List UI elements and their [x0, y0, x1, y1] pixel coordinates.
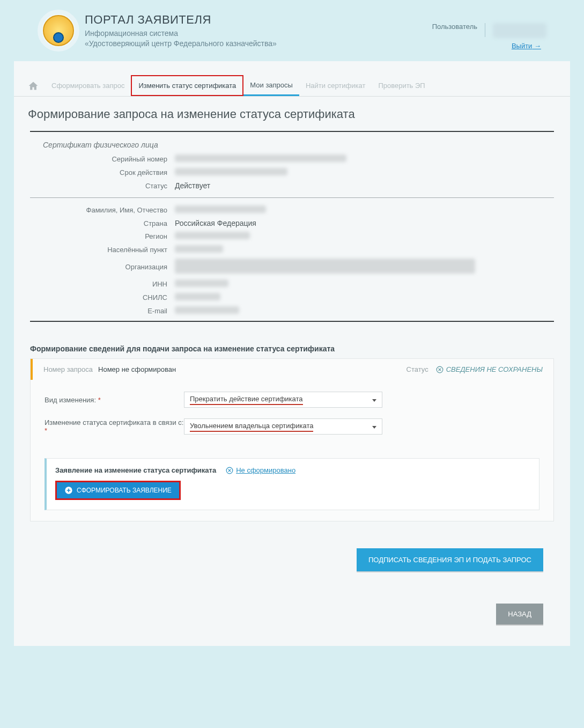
value-inn — [175, 280, 228, 287]
portal-title: ПОРТАЛ ЗАЯВИТЕЛЯ — [85, 13, 277, 27]
application-box: Заявление на изменение статуса сертифика… — [45, 458, 539, 510]
reason-label: Изменение статуса сертификата в связи с:… — [45, 418, 184, 435]
change-type-label: Вид изменения: * — [45, 396, 184, 404]
value-country: Российская Федерация — [175, 219, 554, 227]
form-area: Вид изменения: * Прекратить действие сер… — [31, 380, 553, 451]
value-city — [175, 245, 223, 253]
value-region — [175, 232, 250, 239]
panel-status-label: Статус — [406, 365, 428, 373]
label-inn: ИНН — [30, 280, 175, 288]
value-validity — [175, 168, 287, 175]
application-header: Заявление на изменение статуса сертифика… — [55, 466, 530, 474]
user-area: Пользователь — [432, 23, 546, 38]
value-serial — [175, 155, 346, 162]
logo-text: ПОРТАЛ ЗАЯВИТЕЛЯ Информационная система … — [85, 13, 277, 49]
application-status: Не сформировано — [226, 466, 295, 474]
user-label: Пользователь — [432, 23, 485, 37]
reqnum-label: Номер запроса — [43, 365, 93, 373]
label-email: E-mail — [30, 307, 175, 315]
page-title: Формирование запроса на изменение статус… — [14, 97, 570, 128]
cert-section-title: Сертификат физического лица — [14, 135, 570, 152]
tab-change-status[interactable]: Изменить статус сертификата — [131, 75, 243, 96]
portal-subtitle: Информационная система «Удостоверяющий ц… — [85, 28, 277, 49]
label-org: Организация — [30, 263, 175, 271]
label-validity: Срок действия — [30, 168, 175, 177]
actions-row: ПОДПИСАТЬ СВЕДЕНИЯ ЭП И ПОДАТЬ ЗАПРОС — [14, 521, 570, 571]
create-application-button[interactable]: СФОРМИРОВАТЬ ЗАЯВЛЕНИЕ — [55, 481, 181, 500]
label-status: Статус — [30, 182, 175, 190]
logo-emblem — [38, 10, 79, 52]
label-snils: СНИЛС — [30, 293, 175, 302]
tab-form-request[interactable]: Сформировать запрос — [45, 76, 131, 95]
back-button[interactable]: НАЗАД — [496, 604, 543, 624]
change-type-select[interactable]: Прекратить действие сертификата — [184, 392, 382, 408]
nav-tabs: Сформировать запрос Изменить статус серт… — [14, 75, 570, 97]
value-snils — [175, 293, 220, 300]
logout-link[interactable]: Выйти — [512, 42, 541, 50]
divider — [30, 321, 554, 322]
tab-my-requests[interactable]: Мои запросы — [243, 76, 299, 96]
form-heading: Формирование сведений для подачи запроса… — [14, 325, 570, 358]
label-serial: Серийный номер — [30, 155, 175, 163]
tab-find-cert[interactable]: Найти сертификат — [299, 76, 372, 95]
value-fio — [175, 205, 266, 213]
divider — [30, 131, 554, 132]
value-email — [175, 306, 239, 314]
label-region: Регион — [30, 232, 175, 240]
home-icon[interactable] — [28, 80, 39, 91]
panel-status-value: СВЕДЕНИЯ НЕ СОХРАНЕНЫ — [436, 365, 543, 373]
reason-select[interactable]: Увольнением владельца сертификата — [184, 418, 382, 435]
divider — [30, 197, 554, 198]
plus-circle-icon — [64, 486, 73, 495]
header: ПОРТАЛ ЗАЯВИТЕЛЯ Информационная система … — [0, 0, 584, 61]
request-panel: Номер запроса Номер не сформирован Стату… — [30, 358, 554, 521]
label-fio: Фамилия, Имя, Отчество — [30, 206, 175, 214]
panel-header: Номер запроса Номер не сформирован Стату… — [31, 359, 553, 380]
reqnum-value: Номер не сформирован — [98, 365, 176, 373]
value-status: Действует — [175, 181, 554, 190]
back-row: НАЗАД — [14, 571, 570, 624]
tab-verify-sig[interactable]: Проверить ЭП — [372, 76, 431, 95]
label-country: Страна — [30, 219, 175, 227]
user-name — [493, 23, 546, 38]
value-org — [175, 259, 475, 274]
content: Сформировать запрос Изменить статус серт… — [14, 61, 570, 646]
cancel-circle-icon — [226, 467, 233, 474]
submit-button[interactable]: ПОДПИСАТЬ СВЕДЕНИЯ ЭП И ПОДАТЬ ЗАПРОС — [357, 548, 543, 571]
cancel-circle-icon — [436, 366, 443, 373]
label-city: Населённый пункт — [30, 246, 175, 254]
